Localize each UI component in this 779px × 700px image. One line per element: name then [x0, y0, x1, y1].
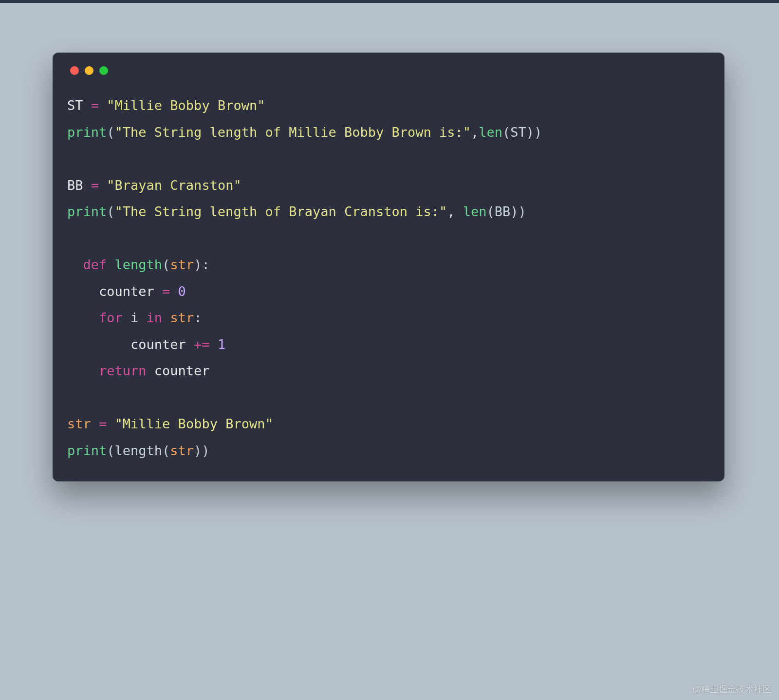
token-kw: in [147, 310, 163, 325]
code-line: counter = 0 [67, 278, 710, 305]
token-punc [99, 98, 107, 113]
token-punc [210, 337, 218, 352]
token-punc: ( [162, 257, 170, 272]
maximize-icon[interactable] [99, 66, 108, 75]
code-line: str = "Millie Bobby Brown" [67, 411, 710, 438]
token-var: counter [67, 337, 194, 352]
token-kw: def [83, 257, 107, 272]
code-line [67, 146, 710, 172]
token-def: length [115, 257, 163, 272]
code-card: ST = "Millie Bobby Brown"print("The Stri… [53, 53, 724, 481]
token-punc [67, 310, 99, 325]
code-line: print("The String length of Millie Bobby… [67, 119, 710, 146]
token-op: = [91, 98, 99, 113]
token-punc [67, 257, 83, 272]
token-punc [67, 363, 99, 378]
token-str: "The String length of Millie Bobby Brown… [115, 125, 471, 140]
code-line [67, 225, 710, 252]
top-border-band [0, 0, 779, 3]
token-func: len [463, 204, 487, 219]
token-str: "The String length of Brayan Cranston is… [115, 204, 447, 219]
code-block: ST = "Millie Bobby Brown"print("The Stri… [67, 92, 710, 464]
token-op: = [91, 178, 99, 193]
token-param: str [170, 257, 194, 272]
token-param: str [67, 416, 91, 431]
token-punc: ): [194, 257, 210, 272]
token-num: 1 [218, 337, 225, 352]
token-punc: (length( [107, 443, 170, 458]
code-line [67, 385, 710, 411]
code-line: for i in str: [67, 305, 710, 332]
window-traffic-lights [67, 66, 710, 75]
code-line: ST = "Millie Bobby Brown" [67, 92, 710, 119]
code-line: counter += 1 [67, 332, 710, 358]
token-func: print [67, 204, 107, 219]
token-var: counter [67, 284, 162, 299]
token-punc [107, 257, 114, 272]
token-kw: return [99, 363, 147, 378]
token-punc [107, 416, 114, 431]
token-op: = [162, 284, 170, 299]
token-punc: )) [194, 443, 210, 458]
token-punc: , [471, 125, 479, 140]
token-op: += [194, 337, 210, 352]
token-var: counter [147, 363, 210, 378]
token-var: i [123, 310, 147, 325]
code-line: print(length(str)) [67, 438, 710, 464]
token-func: print [67, 443, 107, 458]
token-punc [91, 416, 99, 431]
code-line: print("The String length of Brayan Crans… [67, 199, 710, 225]
token-punc: : [194, 310, 202, 325]
code-line: def length(str): [67, 252, 710, 278]
token-punc: ( [107, 125, 114, 140]
token-punc: , [447, 204, 463, 219]
token-var: BB [67, 178, 91, 193]
token-num: 0 [178, 284, 186, 299]
token-op: = [99, 416, 107, 431]
close-icon[interactable] [70, 66, 79, 75]
token-punc [162, 310, 170, 325]
token-punc: ( [107, 204, 114, 219]
token-func: len [479, 125, 502, 140]
code-line: BB = "Brayan Cranston" [67, 172, 710, 199]
token-var: ST [67, 98, 91, 113]
token-str: "Millie Bobby Brown" [107, 98, 265, 113]
token-str: "Millie Bobby Brown" [115, 416, 273, 431]
watermark-text: @稀土掘金技术社区 [692, 683, 771, 695]
token-param: str [170, 310, 194, 325]
token-punc: (BB)) [487, 204, 526, 219]
token-punc: (ST)) [502, 125, 542, 140]
token-param: str [170, 443, 194, 458]
token-punc [170, 284, 178, 299]
token-func: print [67, 125, 107, 140]
code-line: return counter [67, 358, 710, 385]
token-punc [99, 178, 107, 193]
minimize-icon[interactable] [85, 66, 93, 75]
token-kw: for [99, 310, 123, 325]
token-str: "Brayan Cranston" [107, 178, 241, 193]
